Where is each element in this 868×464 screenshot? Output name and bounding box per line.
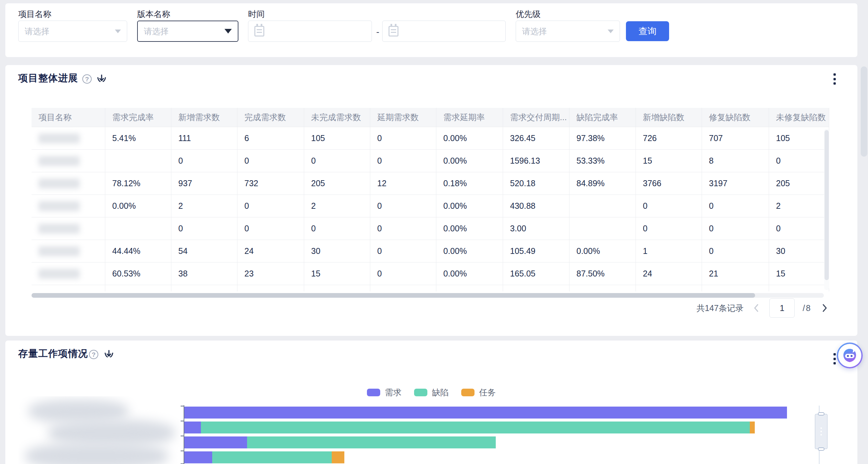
table-cell — [370, 285, 436, 291]
axis-tick — [181, 435, 184, 436]
table-cell — [32, 240, 105, 263]
table-cell: 15 — [769, 263, 829, 285]
priority-label: 优先级 — [516, 9, 540, 20]
pagination-prev-icon[interactable] — [751, 303, 762, 313]
bar-segment-需求[interactable] — [184, 436, 247, 449]
table-cell — [702, 285, 769, 291]
help-icon[interactable]: ? — [89, 350, 98, 359]
bar-segment-任务[interactable] — [750, 422, 755, 433]
table-cell: 0.00% — [436, 263, 503, 285]
bar-segment-任务[interactable] — [332, 452, 344, 463]
table-cell — [105, 218, 171, 240]
legend-item[interactable]: 任务 — [461, 387, 496, 398]
table-cell: 0 — [702, 240, 769, 263]
axis-tick — [181, 421, 184, 422]
table-cell: 0.00% — [569, 240, 636, 263]
bar-segment-缺陷[interactable] — [201, 422, 750, 433]
bar-segment-需求[interactable] — [184, 406, 787, 419]
legend-item[interactable]: 需求 — [367, 387, 401, 398]
table-cell: 0.00% — [436, 195, 503, 218]
bar-segment-需求[interactable] — [184, 422, 201, 433]
table-cell: 2 — [304, 195, 370, 218]
table-horizontal-scrollbar — [32, 293, 824, 298]
redacted-project-name — [38, 246, 80, 256]
table-cell: 0 — [238, 218, 304, 240]
project-name-label: 项目名称 — [18, 9, 52, 20]
axis-tick — [181, 451, 184, 452]
project-name-select[interactable]: 请选择 — [18, 21, 127, 42]
progress-table: 项目名称需求完成率新增需求数完成需求数未完成需求数延期需求数需求延期率需求交付周… — [32, 108, 829, 291]
page-scrollbar-thumb[interactable] — [861, 66, 867, 157]
bar-segment-缺陷[interactable] — [247, 436, 496, 449]
section-title: 存量工作项情况 — [18, 347, 88, 360]
redacted-project-name — [38, 269, 80, 279]
table-cell: 205 — [769, 172, 829, 195]
table-cell: 0.00% — [105, 195, 171, 218]
table-cell: 0 — [238, 195, 304, 218]
table-cell: 53.33% — [569, 150, 636, 172]
table-cell — [503, 285, 569, 291]
table-cell — [32, 172, 105, 195]
table-cell — [436, 285, 503, 291]
table-row: 00000.00%1596.1353.33%1580 — [32, 150, 829, 172]
table-cell: 24 — [238, 240, 304, 263]
table-cell: 0.00% — [436, 240, 503, 263]
table-cell: 732 — [238, 172, 304, 195]
table-cell — [32, 195, 105, 218]
table-cell: 87.50% — [569, 263, 636, 285]
table-vertical-scrollbar-thumb[interactable] — [825, 130, 829, 280]
table-cell: 520.18 — [503, 172, 569, 195]
robot-assistant-button[interactable] — [837, 342, 863, 368]
datazoom-handle-top[interactable] — [818, 412, 825, 416]
kebab-menu-icon[interactable] — [834, 73, 836, 85]
table-cell: 30 — [769, 240, 829, 263]
datazoom-handle-bottom[interactable] — [818, 448, 825, 451]
datazoom-window[interactable] — [815, 414, 828, 449]
table-horizontal-scrollbar-thumb[interactable] — [32, 293, 755, 298]
table-cell: 326.45 — [503, 127, 569, 150]
table-header-cell: 未修复缺陷数 — [769, 108, 829, 127]
pagination-page-input[interactable] — [769, 298, 795, 318]
version-name-select[interactable]: 请选择 — [137, 21, 239, 42]
table-cell — [105, 285, 171, 291]
table-cell: 0 — [171, 218, 238, 240]
axis-tick — [181, 406, 184, 406]
bar-segment-缺陷[interactable] — [212, 452, 332, 463]
legend-swatch — [461, 389, 474, 396]
table-cell: 707 — [702, 127, 769, 150]
legend-label: 任务 — [479, 387, 496, 398]
table-vertical-scrollbar — [824, 129, 829, 290]
table-cell: 0 — [769, 218, 829, 240]
export-icon[interactable] — [103, 349, 114, 360]
export-icon[interactable] — [96, 74, 107, 84]
bar-segment-需求[interactable] — [184, 452, 212, 463]
help-icon[interactable]: ? — [82, 74, 92, 84]
legend-swatch — [414, 389, 427, 396]
legend-swatch — [367, 389, 380, 396]
table-row: 0.00%20200.00%430.88002 — [32, 195, 829, 218]
table-cell: 105 — [304, 127, 370, 150]
query-button[interactable]: 查询 — [626, 21, 669, 41]
table-cell: 0 — [636, 218, 702, 240]
time-start-input[interactable] — [248, 21, 372, 42]
table-cell: 0.00% — [436, 127, 503, 150]
chevron-down-icon — [115, 30, 121, 33]
legend-item[interactable]: 缺陷 — [414, 387, 448, 398]
table-cell: 2 — [769, 195, 829, 218]
table-cell: 78.12% — [105, 172, 171, 195]
redacted-project-name — [38, 133, 80, 143]
table-row: 44.44%54243000.00%105.490.00%1030 — [32, 240, 829, 263]
priority-select[interactable]: 请选择 — [516, 21, 620, 42]
table-cell: 105.49 — [503, 240, 569, 263]
table-header-cell: 延期需求数 — [370, 108, 436, 127]
table-cell — [32, 263, 105, 285]
table-cell: 30 — [304, 240, 370, 263]
table-header-cell: 新增缺陷数 — [636, 108, 702, 127]
time-end-input[interactable] — [382, 21, 506, 42]
version-name-label: 版本名称 — [137, 9, 170, 20]
table-cell: 3.00 — [503, 218, 569, 240]
table-cell: 105 — [769, 127, 829, 150]
kebab-menu-icon[interactable] — [834, 353, 836, 364]
pagination-next-icon[interactable] — [819, 303, 830, 313]
table-cell — [569, 285, 636, 291]
